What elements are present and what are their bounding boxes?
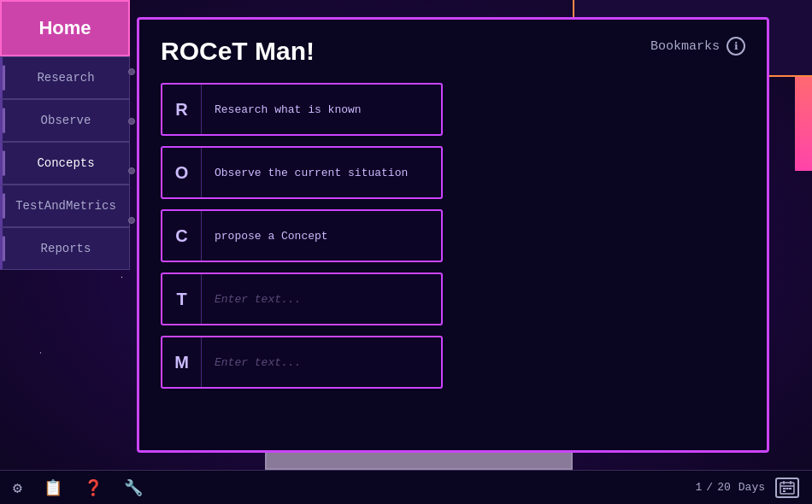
page-unit: Days [738,481,765,494]
rocet-input-t[interactable] [202,284,441,314]
sidebar-item-concepts[interactable]: Concepts [0,142,130,185]
rocet-input-m[interactable] [202,348,441,378]
page-indicator: 1 / 20 Days [696,481,765,494]
rocet-input-r[interactable] [202,95,441,125]
bottom-icons: ⚙ 📋 ❓ 🔧 [13,478,143,497]
bottom-bar: ⚙ 📋 ❓ 🔧 1 / 20 Days [0,470,812,504]
rocet-letter-t: T [162,274,202,324]
sidebar-item-home[interactable]: Home [0,0,130,56]
side-dot-4 [128,217,135,224]
sidebar-item-research[interactable]: Research [0,56,130,99]
rocet-letter-o: O [162,148,202,197]
calendar-icon[interactable] [775,478,799,498]
side-dot-1 [128,68,135,75]
svg-rect-6 [786,488,789,489]
page-separator: / [706,481,713,494]
sidebar: Home Research Observe Concepts TestAndMe… [0,0,130,478]
rocet-letter-m: M [162,337,202,387]
side-decorations [128,68,135,224]
sidebar-item-observe[interactable]: Observe [0,99,130,142]
bookmarks-area: Bookmarks ℹ [650,37,745,56]
bottom-right: 1 / 20 Days [696,478,799,498]
bookmarks-label: Bookmarks [650,39,720,54]
side-dot-3 [128,167,135,174]
rocet-rows: R O C T M [161,83,745,389]
side-dot-2 [128,118,135,125]
page-total: 20 [717,481,731,494]
rocet-row-m: M [161,336,443,389]
gear-icon[interactable]: ⚙ [13,478,22,497]
notebook-icon[interactable]: 📋 [44,478,62,497]
svg-rect-7 [789,488,791,489]
rocet-letter-r: R [162,85,202,134]
help-icon[interactable]: ❓ [84,478,103,497]
rocet-row-o: O [161,146,443,199]
wrench-icon[interactable]: 🔧 [124,478,143,497]
rocet-letter-c: C [162,211,202,261]
main-panel: ROCeT Man! Bookmarks ℹ R O C T M [137,17,769,453]
rocet-input-c[interactable] [202,221,441,251]
rocet-row-t: T [161,273,443,325]
rocet-input-o[interactable] [202,158,441,188]
rocet-row-r: R [161,83,443,136]
sidebar-item-test-and-metrics[interactable]: TestAndMetrics [0,185,130,227]
sidebar-item-reports[interactable]: Reports [0,227,130,270]
svg-rect-4 [783,488,786,489]
rocet-row-c: C [161,209,443,262]
bookmarks-icon[interactable]: ℹ [727,37,745,56]
svg-rect-5 [783,490,786,492]
page-current: 1 [696,481,703,494]
